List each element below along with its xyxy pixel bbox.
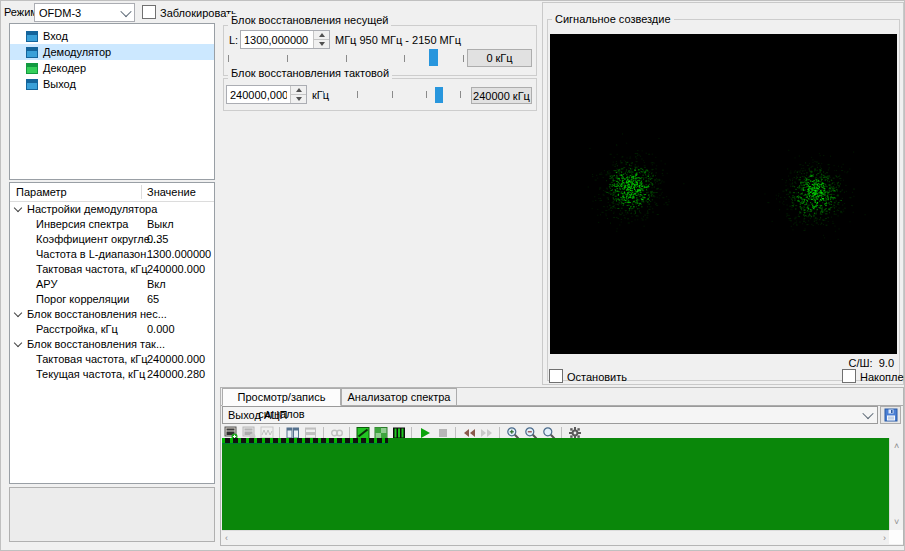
clock-frequency-input[interactable] — [227, 86, 290, 103]
param-group-row[interactable]: Настройки демодулятора — [10, 202, 214, 217]
scroll-left-icon[interactable]: ‹ — [225, 532, 228, 544]
tab-signal-view[interactable]: Просмотр/запись сигналов — [222, 388, 341, 406]
param-row[interactable]: Расстройка, кГц0.000 — [10, 322, 214, 337]
spin-down-icon[interactable] — [296, 97, 302, 101]
module-icon — [26, 79, 38, 90]
constellation-canvas — [550, 34, 897, 354]
tree-item-label: Демодулятор — [43, 46, 111, 58]
toolbar-separator — [561, 427, 562, 439]
chevron-down-icon — [120, 5, 131, 16]
param-row[interactable]: Коэффициент округле...0.35 — [10, 232, 214, 247]
slider-tick — [426, 91, 427, 98]
slider-tick — [392, 91, 393, 98]
param-name: Инверсия спектра — [36, 218, 128, 230]
toolbar-separator — [279, 427, 280, 439]
tree-item-label: Вход — [43, 30, 68, 42]
slider-tick — [228, 55, 229, 62]
column-divider — [141, 185, 142, 199]
spin-up-icon[interactable] — [319, 33, 325, 37]
slider-tick — [463, 55, 464, 62]
carrier-spin-buttons[interactable] — [313, 31, 329, 48]
scroll-up-icon[interactable]: ˄ — [894, 440, 899, 452]
param-row[interactable]: Порог корреляции65 — [10, 292, 214, 307]
collapse-chevron-icon[interactable] — [14, 309, 22, 317]
param-value: Выкл — [147, 218, 174, 230]
tree-item-decoder[interactable]: Декодер — [10, 60, 214, 76]
carrier-frequency-input[interactable] — [241, 31, 313, 48]
param-value: 0.000 — [147, 323, 175, 335]
lock-checkbox[interactable] — [142, 5, 156, 19]
spin-down-icon[interactable] — [319, 42, 325, 46]
param-name: АРУ — [36, 278, 57, 290]
bottom-left-panel — [9, 487, 215, 542]
save-signal-button[interactable] — [880, 406, 901, 424]
tree-item-input[interactable]: Вход — [10, 28, 214, 44]
param-value: Вкл — [147, 278, 166, 290]
param-row[interactable]: Инверсия спектраВыкл — [10, 217, 214, 232]
tab-spectrum-analyzer-label: Анализатор спектра — [347, 391, 450, 403]
tree-item-demodulator[interactable]: Демодулятор — [10, 44, 214, 60]
clock-frequency-readout: 240000 кГц — [471, 87, 532, 104]
param-group-label: Настройки демодулятора — [27, 203, 157, 215]
param-table-header: Параметр Значение — [10, 183, 214, 202]
accumulate-checkbox-label: Накопление — [860, 371, 905, 383]
snr-value: 9.0 — [879, 357, 894, 369]
accumulate-checkbox[interactable] — [842, 369, 856, 383]
scrollbar-corner — [889, 530, 903, 544]
signal-source-select[interactable]: Выход АЦП — [222, 406, 878, 424]
signal-viewer-panel: Просмотр/запись сигналов Анализатор спек… — [220, 387, 904, 546]
carrier-frequency-spinbox[interactable] — [240, 30, 330, 49]
param-name: Частота в L-диапазон... — [36, 248, 155, 260]
slider-tick — [323, 91, 324, 98]
param-row[interactable]: Частота в L-диапазон...1300.000000 — [10, 247, 214, 262]
param-group-row[interactable]: Блок восстановления так... — [10, 337, 214, 352]
stop-checkbox[interactable] — [549, 369, 563, 383]
carrier-offset-indicator — [429, 49, 438, 66]
param-row[interactable]: Тактовая частота, кГц240000.000 — [10, 262, 214, 277]
param-value: 65 — [147, 293, 159, 305]
module-icon — [26, 31, 38, 42]
app-window: Режим: OFDM-3 Заблокировать ВходДемодуля… — [0, 0, 905, 551]
mode-select[interactable]: OFDM-3 — [34, 3, 135, 22]
param-value: 0.35 — [147, 233, 168, 245]
collapse-chevron-icon[interactable] — [14, 339, 22, 347]
scroll-down-icon[interactable]: ˅ — [894, 516, 899, 528]
tree-item-output[interactable]: Выход — [10, 76, 214, 92]
stop-checkbox-label: Остановить — [567, 371, 627, 383]
tab-spectrum-analyzer[interactable]: Анализатор спектра — [341, 388, 457, 406]
waveform-display[interactable] — [222, 438, 889, 530]
carrier-range-text: МГц 950 МГц - 2150 МГц — [335, 34, 461, 46]
carrier-tuning-scale — [228, 55, 463, 63]
param-column-header: Параметр — [16, 186, 67, 198]
slider-tick — [357, 91, 358, 98]
param-row[interactable]: АРУВкл — [10, 277, 214, 292]
lock-checkbox-label: Заблокировать — [160, 7, 237, 19]
param-name: Порог корреляции — [36, 293, 129, 305]
module-icon — [26, 47, 38, 58]
save-icon — [884, 408, 898, 422]
param-group-row[interactable]: Блок восстановления нес... — [10, 307, 214, 322]
toolbar-separator — [455, 427, 456, 439]
snr-readout: С/Ш: 9.0 — [801, 357, 894, 369]
param-name: Расстройка, кГц — [36, 323, 118, 335]
clock-spin-buttons[interactable] — [290, 86, 306, 103]
waveform-overview-strip — [222, 438, 388, 444]
param-value: 240000.000 — [147, 353, 205, 365]
mode-value: OFDM-3 — [39, 7, 118, 19]
param-row[interactable]: Текущая частота, кГц240000.280 — [10, 367, 214, 382]
spin-up-icon[interactable] — [296, 88, 302, 92]
vertical-scrollbar[interactable]: ˄ ˅ — [889, 438, 903, 530]
tree-item-label: Декодер — [43, 62, 86, 74]
slider-tick — [287, 55, 288, 62]
param-table: Параметр Значение Настройки демодулятора… — [9, 182, 215, 484]
toolbar-separator — [411, 427, 412, 439]
collapse-chevron-icon[interactable] — [14, 204, 22, 212]
clock-frequency-spinbox[interactable] — [226, 85, 307, 104]
param-name: Коэффициент округле... — [36, 233, 159, 245]
param-group-label: Блок восстановления нес... — [27, 308, 167, 320]
param-value: 240000.280 — [147, 368, 205, 380]
horizontal-scrollbar[interactable]: ‹ › — [222, 530, 889, 544]
scroll-right-icon[interactable]: › — [883, 532, 886, 544]
param-row[interactable]: Тактовая частота, кГц240000.000 — [10, 352, 214, 367]
carrier-l-label: L: — [229, 34, 238, 46]
